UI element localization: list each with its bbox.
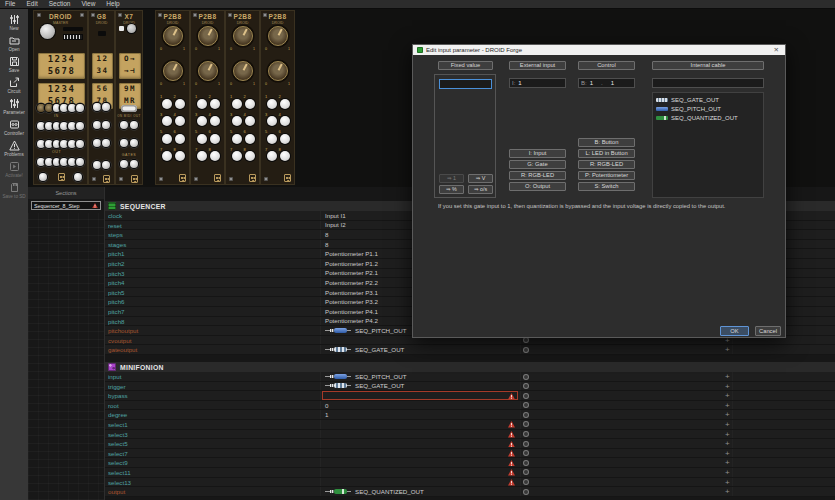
parameter-name[interactable]: degree [108,410,316,419]
potentiometer-knob[interactable] [268,26,288,46]
potentiometer-knob[interactable] [268,61,288,81]
push-button[interactable] [162,134,172,144]
jack-icon[interactable] [93,161,101,169]
potentiometer-knob[interactable] [233,61,253,81]
add-row-icon[interactable]: + [725,372,730,382]
parameter-name[interactable]: select11 [108,468,316,477]
sidebar-item-problems[interactable]: Problems [0,140,28,160]
comment-dot-icon[interactable] [524,470,528,474]
sidebar-item-circuit[interactable]: Circuit [0,77,28,97]
comment-dot-icon[interactable] [524,480,528,484]
module-p2b8[interactable]: P2B8 DROID 0 1 0 1 1 [155,10,190,185]
add-row-icon[interactable]: + [725,458,730,468]
jack-icon[interactable] [130,139,138,147]
jack-icon[interactable] [130,160,138,168]
menu-item[interactable]: Help [106,0,119,8]
menu-item[interactable]: View [81,0,95,8]
push-button[interactable] [232,99,242,109]
parameter-value-cell[interactable] [322,449,518,458]
parameter-value-cell[interactable]: SEQ_GATE_OUT [322,382,518,391]
section-list-item[interactable]: Sequencer_8_Step [31,201,101,210]
parameter-name[interactable]: select5 [108,439,316,448]
jack-icon[interactable] [60,158,68,166]
control-type-button[interactable]: S: Switch [578,182,635,191]
jack-icon[interactable] [102,161,110,169]
cable-list-item[interactable]: SEQ_GATE_OUT [653,95,763,104]
parameter-name[interactable]: clock [108,211,316,220]
internal-cable-header-button[interactable]: Internal cable [652,61,764,70]
jack-icon[interactable] [37,158,45,166]
jack-icon[interactable] [60,122,68,130]
jack-icon[interactable] [53,104,61,112]
usb-port[interactable] [121,105,137,112]
sidebar-item-save[interactable]: Save [0,56,28,76]
add-row-icon[interactable]: + [725,345,730,355]
parameter-name[interactable]: pitch8 [108,317,316,326]
sidebar-item-new[interactable]: New [0,14,28,34]
add-row-icon[interactable]: + [725,430,730,440]
parameter-name[interactable]: root [108,401,316,410]
push-button[interactable] [175,116,185,126]
jack-icon[interactable] [76,158,84,166]
comment-dot-icon[interactable] [524,384,528,388]
module-p2b8[interactable]: P2B8 DROID 0 1 0 1 1 [190,10,225,185]
close-icon[interactable]: ✕ [772,46,781,54]
jack-icon[interactable] [68,122,76,130]
jack-icon[interactable] [45,158,53,166]
jack-icon[interactable] [93,139,101,147]
menu-item[interactable]: Section [49,0,71,8]
sidebar-item-parameter[interactable]: Parameter [0,98,28,118]
module-p2b8[interactable]: P2B8 DROID 0 1 0 1 1 [260,10,295,185]
parameter-name[interactable]: reset [108,221,316,230]
cable-list-item[interactable]: SEQ_QUANTIZED_OUT [653,113,763,122]
jack-icon[interactable] [130,121,138,129]
push-button[interactable] [267,99,277,109]
add-row-icon[interactable]: + [725,478,730,488]
external-input-field[interactable]: I: 1 [509,78,566,88]
dialog-titlebar[interactable]: Edit input parameter - DROID Forge ✕ [413,45,785,55]
add-row-icon[interactable]: + [725,439,730,449]
jack-icon[interactable] [53,122,61,130]
jack-icon[interactable] [102,139,110,147]
parameter-name[interactable]: pitch5 [108,288,316,297]
control-type-button[interactable]: P: Potentiometer [578,171,635,180]
parameter-value-cell[interactable] [322,458,518,467]
add-row-icon[interactable]: + [725,401,730,411]
parameter-value-cell[interactable]: 1 [322,410,518,419]
x7-knob[interactable] [127,24,136,33]
comment-dot-icon[interactable] [524,422,528,426]
push-button[interactable] [210,116,220,126]
parameter-name[interactable]: bypass [108,391,316,400]
parameter-name[interactable]: select7 [108,449,316,458]
parameter-name[interactable]: select9 [108,458,316,467]
push-button[interactable] [197,99,207,109]
potentiometer-knob[interactable] [198,26,218,46]
push-button[interactable] [197,151,207,161]
parameter-name[interactable]: pitch2 [108,259,316,268]
parameter-name[interactable]: pitch4 [108,278,316,287]
control-type-button[interactable]: B: Button [578,138,635,147]
potentiometer-knob[interactable] [198,61,218,81]
parameter-name[interactable]: select13 [108,478,316,487]
add-row-icon[interactable]: + [725,382,730,392]
parameter-name[interactable]: pitch1 [108,249,316,258]
add-row-icon[interactable]: + [725,449,730,459]
parameter-value-cell[interactable] [322,391,518,400]
unit-convert-button[interactable]: ⇒ % [439,185,464,194]
jack-icon[interactable] [60,140,68,148]
menu-item[interactable]: Edit [26,0,37,8]
potentiometer-knob[interactable] [163,26,183,46]
push-button[interactable] [232,151,242,161]
jack-icon[interactable] [45,140,53,148]
unit-convert-button[interactable]: ⇒ o/s [468,185,493,194]
master-knob[interactable] [40,24,55,39]
module-x7[interactable]: X7 DROID O→→⊣ 9MMR ON MIDI OUT GATES [115,10,143,185]
push-button[interactable] [197,116,207,126]
push-button[interactable] [232,116,242,126]
circuit-header[interactable]: MINIFONION [105,362,835,372]
parameter-name[interactable]: pitchoutput [108,326,316,335]
parameter-name[interactable]: pitch3 [108,269,316,278]
jack-icon[interactable] [68,140,76,148]
jack-icon[interactable] [74,173,82,181]
push-button[interactable] [210,134,220,144]
